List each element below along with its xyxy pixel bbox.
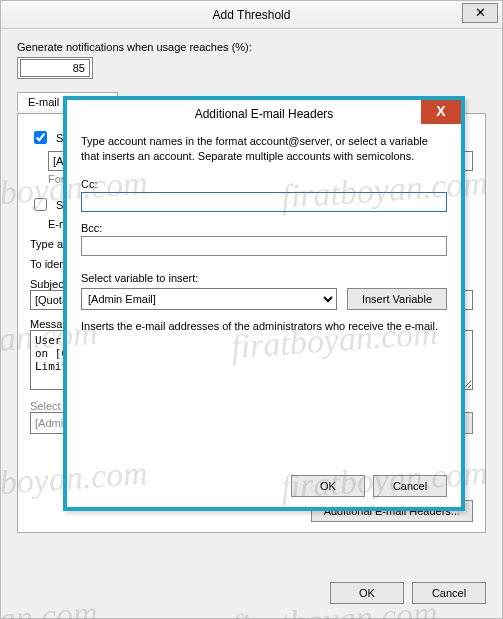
close-icon: ✕ [475, 5, 486, 20]
cc-label: Cc: [81, 178, 447, 190]
modal-body: Type account names in the format account… [67, 128, 461, 332]
modal-ok-button[interactable]: OK [291, 475, 365, 497]
variable-select[interactable]: [Admin Email] [81, 288, 337, 310]
modal-select-desc: Inserts the e-mail addresses of the admi… [81, 320, 447, 332]
modal-close-button[interactable]: X [421, 100, 461, 124]
modal-cancel-button[interactable]: Cancel [373, 475, 447, 497]
main-ok-button[interactable]: OK [330, 582, 404, 604]
window-close-button[interactable]: ✕ [462, 3, 498, 23]
close-icon: X [436, 103, 445, 119]
bcc-input[interactable] [81, 236, 447, 256]
percent-container [17, 57, 93, 79]
insert-variable-button[interactable]: Insert Variable [347, 288, 447, 310]
bcc-label: Bcc: [81, 222, 447, 234]
chk-send-user[interactable] [34, 198, 47, 211]
percent-input[interactable] [20, 59, 90, 77]
additional-headers-dialog: Additional E-mail Headers X Type account… [63, 96, 465, 511]
generate-label: Generate notifications when usage reache… [17, 41, 486, 53]
cc-input[interactable] [81, 192, 447, 212]
chk-send-admin[interactable] [34, 131, 47, 144]
add-threshold-window: Add Threshold ✕ Generate notifications w… [0, 0, 503, 619]
main-cancel-button[interactable]: Cancel [412, 582, 486, 604]
title-bar: Add Threshold ✕ [1, 1, 502, 29]
modal-instructions: Type account names in the format account… [81, 134, 447, 164]
modal-title-bar: Additional E-mail Headers X [67, 100, 461, 128]
modal-title: Additional E-mail Headers [195, 107, 334, 121]
modal-select-label: Select variable to insert: [81, 272, 447, 284]
window-title: Add Threshold [213, 8, 291, 22]
